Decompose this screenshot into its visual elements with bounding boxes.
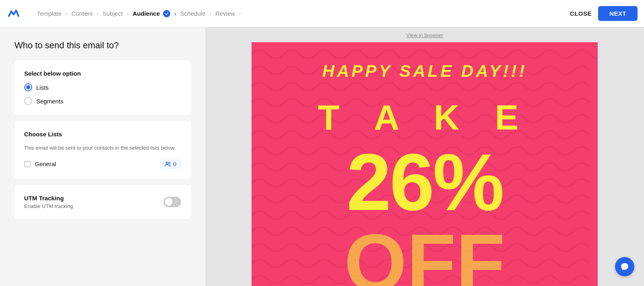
radio-lists-circle — [24, 83, 32, 91]
logo — [6, 6, 21, 21]
chevron-icon-1: › — [66, 10, 68, 17]
step-schedule[interactable]: Schedule — [177, 10, 209, 17]
next-button[interactable]: NEXT — [598, 6, 638, 21]
radio-segments-label: Segments — [36, 98, 64, 105]
list-general-count: 0 — [173, 161, 176, 167]
step-subject[interactable]: Subject — [99, 10, 126, 17]
chevron-icon-5: › — [209, 10, 211, 17]
percent-heading: 26% — [268, 142, 582, 222]
utm-subtitle: Enable UTM tracking — [24, 203, 73, 209]
list-general-name: General — [35, 160, 56, 167]
page-title: Who to send this email to? — [14, 40, 191, 51]
list-general-row: General 0 — [24, 159, 181, 169]
list-general-count-badge: 0 — [160, 159, 181, 169]
utm-tracking-card: UTM Tracking Enable UTM tracking — [14, 185, 191, 219]
radio-segments[interactable]: Segments — [24, 97, 181, 105]
chevron-icon-3: › — [127, 10, 129, 17]
step-content[interactable]: Content — [68, 10, 96, 17]
step-audience[interactable]: Audience — [129, 10, 173, 17]
radio-lists[interactable]: Lists — [24, 83, 181, 91]
choose-lists-card: Choose Lists This email will be sent to … — [14, 121, 191, 179]
email-preview-panel: View in browser .wave { fill: none; stro… — [205, 27, 644, 286]
take-heading: T A K E — [268, 97, 582, 138]
utm-tracking-row: UTM Tracking Enable UTM tracking — [24, 195, 181, 209]
off-heading: OFF — [268, 222, 582, 286]
utm-title: UTM Tracking — [24, 195, 73, 202]
email-preview: .wave { fill: none; stroke: #c2185b; str… — [252, 42, 598, 286]
chevron-icon-4: › — [174, 10, 176, 17]
list-general-left: General — [24, 160, 56, 167]
users-icon — [165, 161, 171, 167]
chat-icon — [620, 262, 629, 271]
audience-type-radio-group: Lists Segments — [24, 83, 181, 105]
list-general-checkbox[interactable] — [24, 161, 31, 167]
step-audience-label: Audience — [132, 10, 160, 17]
choose-lists-title: Choose Lists — [24, 131, 181, 138]
svg-point-1 — [169, 162, 170, 164]
close-button[interactable]: CLOSE — [570, 10, 592, 17]
radio-segments-circle — [24, 97, 32, 105]
step-review-label: Review — [215, 10, 235, 17]
svg-point-0 — [166, 162, 168, 164]
choose-lists-subtitle: This email will be sent to your contacts… — [24, 144, 181, 152]
header-actions: CLOSE NEXT — [570, 6, 638, 21]
app-header: Template › Content › Subject › Audience … — [0, 0, 644, 27]
chevron-icon-6: › — [239, 10, 241, 17]
main-layout: Who to send this email to? Select below … — [0, 27, 644, 286]
left-panel: Who to send this email to? Select below … — [0, 27, 205, 286]
audience-completed-dot — [163, 10, 170, 17]
wizard-steps: Template › Content › Subject › Audience … — [34, 10, 570, 17]
chevron-icon-2: › — [97, 10, 99, 17]
utm-toggle[interactable] — [163, 197, 181, 207]
step-template-label: Template — [37, 10, 62, 17]
step-content-label: Content — [72, 10, 93, 17]
step-template[interactable]: Template — [34, 10, 65, 17]
utm-left: UTM Tracking Enable UTM tracking — [24, 195, 73, 209]
step-schedule-label: Schedule — [180, 10, 206, 17]
chat-button[interactable] — [615, 257, 634, 276]
step-subject-label: Subject — [103, 10, 123, 17]
step-review[interactable]: Review — [212, 10, 238, 17]
happy-sale-heading: HAPPY SALE DAY!!! — [268, 62, 582, 81]
select-option-card: Select below option Lists Segments — [14, 60, 191, 115]
radio-lists-label: Lists — [36, 84, 49, 91]
view-in-browser-link[interactable]: View in browser — [406, 27, 443, 42]
email-content: HAPPY SALE DAY!!! T A K E 26% OFF — [252, 42, 598, 286]
select-option-title: Select below option — [24, 70, 181, 77]
